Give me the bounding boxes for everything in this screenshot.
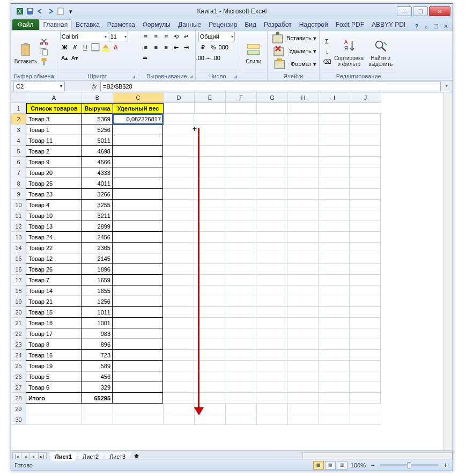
cell-C30[interactable]: [113, 414, 164, 425]
cell-C9[interactable]: [113, 189, 163, 200]
cell-A29[interactable]: [26, 404, 82, 414]
cell-E12[interactable]: [194, 221, 225, 232]
cell-D23[interactable]: [163, 339, 194, 350]
tab-надстрой[interactable]: Надстрой: [295, 19, 332, 30]
cell-D5[interactable]: [163, 146, 194, 157]
cell-B17[interactable]: 1659: [82, 275, 113, 285]
cell-F10[interactable]: [225, 200, 256, 210]
tab-главная[interactable]: Главная: [39, 19, 72, 30]
cell-F3[interactable]: [225, 125, 256, 135]
cell-C17[interactable]: [113, 275, 163, 285]
row-header-13[interactable]: 13: [11, 232, 26, 243]
cell-H18[interactable]: [287, 285, 319, 296]
cell-B20[interactable]: 1011: [82, 307, 113, 318]
cell-J15[interactable]: [350, 253, 381, 264]
cell-C14[interactable]: [113, 243, 163, 253]
cell-C23[interactable]: [113, 339, 163, 350]
cell-J11[interactable]: [350, 210, 381, 221]
cell-D4[interactable]: [163, 135, 194, 146]
row-header-21[interactable]: 21: [11, 318, 26, 328]
cell-I15[interactable]: [319, 253, 350, 264]
cell-B3[interactable]: 5256: [82, 125, 113, 135]
customize-qat-icon[interactable]: ▾: [66, 7, 75, 16]
cell-D27[interactable]: [163, 382, 194, 393]
cell-E4[interactable]: [194, 135, 225, 146]
new-file-icon[interactable]: [56, 7, 65, 16]
cell-B4[interactable]: 5011: [82, 135, 113, 146]
cell-F29[interactable]: [226, 404, 257, 414]
col-header-I[interactable]: I: [319, 93, 350, 103]
cell-H6[interactable]: [287, 157, 319, 167]
row-header-24[interactable]: 24: [11, 350, 26, 361]
cell-G19[interactable]: [256, 296, 287, 307]
cell-B11[interactable]: 3211: [82, 210, 113, 221]
cell-I13[interactable]: [319, 232, 350, 243]
cell-J25[interactable]: [350, 361, 381, 371]
cell-E16[interactable]: [194, 264, 225, 275]
cell-H30[interactable]: [288, 414, 319, 425]
cell-I2[interactable]: [319, 114, 350, 125]
number-format-combo[interactable]: Общий▾: [198, 32, 235, 41]
cell-F17[interactable]: [225, 275, 256, 285]
cell-B7[interactable]: 4333: [82, 167, 113, 178]
cell-F13[interactable]: [225, 232, 256, 243]
zoom-slider[interactable]: [380, 464, 439, 466]
cell-J8[interactable]: [350, 178, 381, 189]
cell-C19[interactable]: [113, 296, 163, 307]
cell-A3[interactable]: Товар 1: [26, 125, 82, 135]
cell-C22[interactable]: [113, 328, 163, 339]
cell-B14[interactable]: 2365: [82, 243, 113, 253]
cell-A9[interactable]: Товар 23: [26, 189, 82, 200]
cell-B8[interactable]: 4011: [82, 178, 113, 189]
cell-H2[interactable]: [287, 114, 319, 125]
row-header-10[interactable]: 10: [11, 200, 26, 210]
row-header-22[interactable]: 22: [11, 328, 26, 339]
cell-A2[interactable]: Товар 3: [26, 114, 82, 125]
cell-D18[interactable]: [163, 285, 194, 296]
cell-I16[interactable]: [319, 264, 350, 275]
cell-E8[interactable]: [194, 178, 225, 189]
cell-H15[interactable]: [287, 253, 319, 264]
cell-H22[interactable]: [287, 328, 319, 339]
cell-B9[interactable]: 3266: [82, 189, 113, 200]
cell-E13[interactable]: [194, 232, 225, 243]
cell-H23[interactable]: [287, 339, 319, 350]
cell-A30[interactable]: [26, 414, 82, 425]
cell-E18[interactable]: [194, 285, 225, 296]
cell-A11[interactable]: Товар 10: [26, 210, 82, 221]
row-header-19[interactable]: 19: [11, 296, 26, 307]
cell-D11[interactable]: [163, 210, 194, 221]
tab-рецензир[interactable]: Рецензир: [205, 19, 241, 30]
zoom-out-icon[interactable]: −: [369, 462, 376, 469]
doc-restore-icon[interactable]: ☐: [432, 23, 440, 30]
cell-I26[interactable]: [319, 371, 350, 382]
cell-F6[interactable]: [225, 157, 256, 167]
cell-J30[interactable]: [350, 414, 381, 425]
cell-H17[interactable]: [287, 275, 319, 285]
zoom-in-icon[interactable]: +: [442, 462, 449, 469]
cell-C25[interactable]: [113, 361, 163, 371]
cell-C18[interactable]: [113, 285, 163, 296]
cell-B12[interactable]: 2899: [82, 221, 113, 232]
cell-H25[interactable]: [287, 361, 319, 371]
fx-icon[interactable]: fx: [91, 83, 98, 90]
cell-H19[interactable]: [287, 296, 319, 307]
cell-C27[interactable]: [113, 382, 163, 393]
wrap-text-icon[interactable]: ↵: [182, 32, 191, 41]
cell-G13[interactable]: [256, 232, 287, 243]
row-header-16[interactable]: 16: [11, 264, 26, 275]
cell-I11[interactable]: [319, 210, 350, 221]
row-header-30[interactable]: 30: [11, 414, 26, 425]
row-header-15[interactable]: 15: [11, 253, 26, 264]
cell-B26[interactable]: 456: [82, 371, 113, 382]
cell-E23[interactable]: [194, 339, 225, 350]
row-header-28[interactable]: 28: [11, 393, 26, 404]
tab-вид[interactable]: Вид: [241, 19, 260, 30]
col-header-B[interactable]: B: [82, 93, 113, 103]
cell-H3[interactable]: [287, 125, 319, 135]
increase-font-icon[interactable]: A▴: [60, 53, 70, 63]
cell-F14[interactable]: [225, 243, 256, 253]
autosum-icon[interactable]: Σ: [322, 36, 332, 46]
cell-H8[interactable]: [287, 178, 319, 189]
cell-G12[interactable]: [256, 221, 287, 232]
